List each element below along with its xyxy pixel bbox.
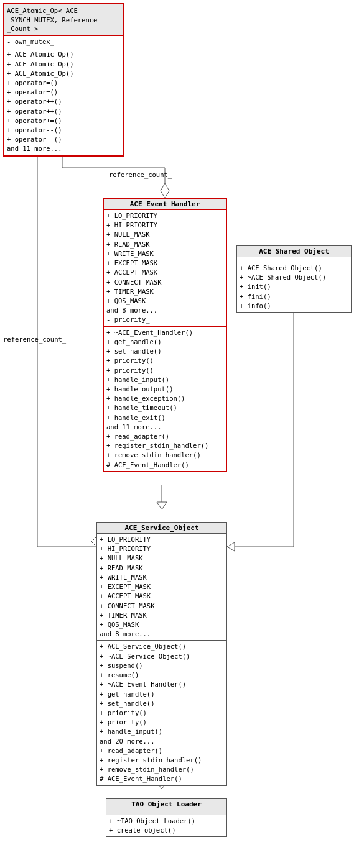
svg-marker-11 bbox=[227, 542, 235, 551]
shared-object-methods: + ACE_Shared_Object() + ~ACE_Shared_Obje… bbox=[237, 262, 351, 312]
diagram-container: ACE_Atomic_Op< ACE_SYNCH_MUTEX, Referenc… bbox=[0, 0, 359, 868]
service-object-methods: + ACE_Service_Object() + ~ACE_Service_Ob… bbox=[97, 641, 226, 785]
event-handler-box: ACE_Event_Handler + LO_PRIORITY + HI_PRI… bbox=[103, 198, 227, 472]
atomic-op-title: ACE_Atomic_Op< ACE_SYNCH_MUTEX, Referenc… bbox=[4, 4, 123, 36]
tao-loader-title: TAO_Object_Loader bbox=[106, 799, 226, 810]
reference-count-label-top: reference_count_ bbox=[109, 171, 172, 178]
service-object-box: ACE_Service_Object + LO_PRIORITY + HI_PR… bbox=[96, 522, 227, 786]
svg-marker-3 bbox=[161, 183, 169, 198]
shared-object-box: ACE_Shared_Object + ACE_Shared_Object() … bbox=[236, 245, 352, 313]
tao-loader-box: TAO_Object_Loader + ~TAO_Object_Loader()… bbox=[106, 798, 227, 837]
event-handler-title: ACE_Event_Handler bbox=[104, 199, 226, 210]
tao-loader-empty bbox=[106, 810, 226, 815]
atomic-op-methods: + ACE_Atomic_Op() + ACE_Atomic_Op() + AC… bbox=[4, 48, 123, 155]
atomic-op-box: ACE_Atomic_Op< ACE_SYNCH_MUTEX, Referenc… bbox=[3, 3, 124, 157]
reference-count-label-left: reference_count_ bbox=[3, 336, 66, 343]
shared-object-empty bbox=[237, 257, 351, 262]
svg-marker-8 bbox=[157, 502, 167, 509]
service-object-attrs: + LO_PRIORITY + HI_PRIORITY + NULL_MASK … bbox=[97, 534, 226, 641]
event-handler-attrs: + LO_PRIORITY + HI_PRIORITY + NULL_MASK … bbox=[104, 210, 226, 327]
shared-object-title: ACE_Shared_Object bbox=[237, 246, 351, 257]
event-handler-methods: + ~ACE_Event_Handler() + get_handle() + … bbox=[104, 327, 226, 471]
service-object-title: ACE_Service_Object bbox=[97, 523, 226, 534]
atomic-op-attrs: - own_mutex_ bbox=[4, 36, 123, 48]
tao-loader-methods: + ~TAO_Object_Loader() + create_object() bbox=[106, 815, 226, 836]
